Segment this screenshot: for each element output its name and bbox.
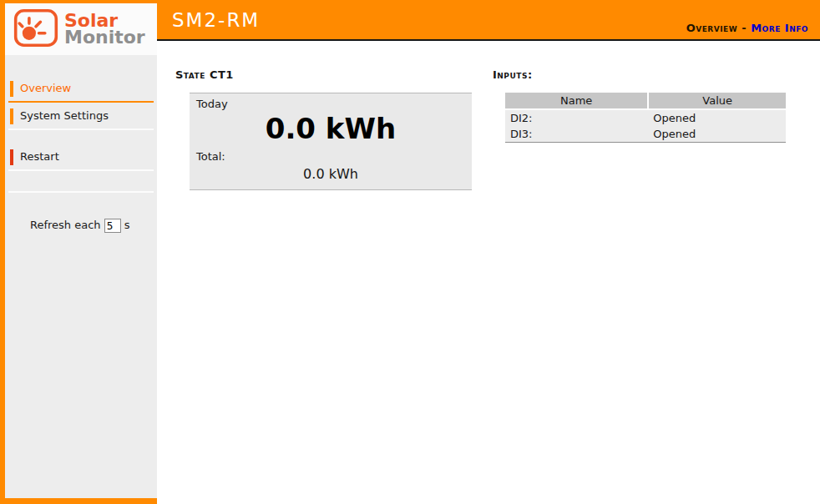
- sidebar-item-overview[interactable]: Overview: [8, 75, 154, 103]
- inputs-table: Name Value DI2: Opened DI3: Opened: [505, 93, 786, 143]
- sidebar-item-label: Restart: [20, 150, 59, 163]
- table-row: DI2: Opened: [505, 109, 786, 126]
- sidebar-item-system-settings[interactable]: System Settings: [8, 103, 154, 130]
- sidebar-item-restart[interactable]: Restart: [8, 144, 154, 171]
- column-header-name: Name: [505, 93, 648, 109]
- state-card: Today 0.0 kWh Total: 0.0 kWh: [190, 93, 472, 190]
- breadcrumb: Overview - More Info: [686, 22, 808, 34]
- breadcrumb-current: Overview -: [686, 22, 747, 34]
- nav-accent-bar: [10, 81, 13, 97]
- refresh-unit: s: [124, 219, 130, 231]
- logo-word-monitor: Monitor: [64, 29, 145, 46]
- sidebar: Solar Monitor Overview System Settings R…: [5, 3, 157, 498]
- main-header: SM2-RM Overview - More Info: [157, 0, 820, 39]
- content: State CT1 Today 0.0 kWh Total: 0.0 kWh I…: [157, 41, 820, 504]
- table-row: DI3: Opened: [505, 126, 786, 143]
- refresh-label: Refresh each: [30, 219, 101, 231]
- input-value: Opened: [648, 109, 786, 126]
- input-value: Opened: [648, 126, 786, 143]
- frame-bottom-bar: [0, 498, 157, 504]
- refresh-interval-input[interactable]: [104, 219, 121, 233]
- sidebar-item-label: System Settings: [20, 109, 109, 122]
- logo-text: Solar Monitor: [64, 13, 145, 46]
- nav-accent-bar: [10, 108, 13, 124]
- input-name: DI3:: [505, 126, 648, 143]
- table-header-row: Name Value: [505, 93, 786, 109]
- column-header-value: Value: [648, 93, 786, 109]
- nav-divider: [8, 191, 154, 193]
- total-label: Total:: [196, 150, 465, 163]
- state-section-title: State CT1: [175, 68, 234, 81]
- logo: Solar Monitor: [5, 3, 157, 55]
- today-value: 0.0 kWh: [196, 112, 465, 145]
- page-title: SM2-RM: [172, 9, 260, 31]
- more-info-link[interactable]: More Info: [751, 22, 808, 34]
- nav-accent-bar: [10, 149, 13, 165]
- sidebar-nav: Overview System Settings Restart: [5, 75, 157, 193]
- today-label: Today: [196, 98, 465, 110]
- input-name: DI2:: [505, 109, 648, 126]
- total-value: 0.0 kWh: [196, 166, 465, 182]
- refresh-setting: Refresh each s: [5, 219, 157, 233]
- sidebar-item-label: Overview: [20, 82, 71, 94]
- solar-sun-icon: [13, 8, 58, 51]
- inputs-section-title: Inputs:: [493, 68, 533, 81]
